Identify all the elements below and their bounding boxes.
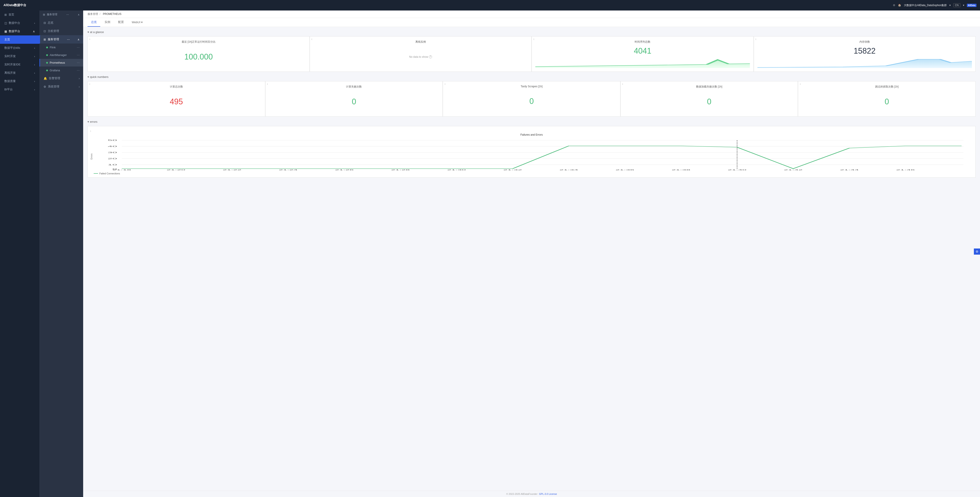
left-sidebar: ⊞ 首页 ◫ 数据中台 › ▦ 数据平台 ∧ 主页 数据平台k8s › bbox=[0, 11, 40, 497]
sidebar-item-data-platform[interactable]: ▦ 数据平台 ∧ bbox=[0, 27, 40, 35]
lang-toggle[interactable]: CN bbox=[953, 3, 960, 7]
alertmanager-more-icon[interactable]: ⋯ bbox=[77, 53, 80, 57]
more-icon[interactable]: ⋯ bbox=[66, 13, 69, 16]
sidebar-item-realtime[interactable]: 实时开发 › bbox=[0, 52, 40, 60]
logo-badge: AllData bbox=[967, 4, 977, 7]
load-fail-info[interactable]: i bbox=[622, 83, 623, 85]
breadcrumb: 服务管理 / PROMETHEUS bbox=[83, 11, 980, 18]
breadcrumb-separator: / bbox=[100, 13, 100, 16]
tardy-scrapes-value: 0 bbox=[447, 90, 617, 113]
total-scrapes-info[interactable]: i bbox=[89, 83, 90, 85]
skipped-scrapes-card: i 跳过的抓取次数 [1h] 0 bbox=[798, 81, 975, 116]
license-link[interactable]: GPL-3.0 License bbox=[539, 492, 557, 495]
sidebar-item-quality[interactable]: 数据质量 › bbox=[0, 77, 40, 85]
svg-text:21:36: 21:36 bbox=[616, 169, 635, 171]
timeseries-info-icon[interactable]: i bbox=[533, 38, 534, 40]
no-data-label: No data to show ? bbox=[409, 56, 432, 59]
prometheus-more-icon[interactable]: ⋯ bbox=[77, 61, 80, 64]
tab-instance[interactable]: 实例 bbox=[101, 18, 114, 27]
home-icon[interactable]: 🏠 bbox=[898, 4, 901, 7]
svg-text:21:22: 21:22 bbox=[223, 169, 242, 171]
offline-value: No data to show ? bbox=[313, 46, 528, 68]
sidebar-item-prometheus[interactable]: Prometheus ⋯ bbox=[40, 59, 83, 67]
sidebar-item-sys-mgmt[interactable]: ⚙ 系统管理 › bbox=[40, 83, 83, 91]
chevron-right-icon-8: › bbox=[79, 77, 80, 80]
chevron-up-icon: ∧ bbox=[33, 30, 35, 33]
svg-text:21:18: 21:18 bbox=[112, 169, 131, 171]
memory-mini-chart bbox=[757, 57, 972, 68]
copyright: © 2022-2025 AllDataFounder bbox=[506, 492, 538, 495]
sidebar-item-overview[interactable]: ⊟ 总览 bbox=[40, 19, 83, 27]
offline-info-icon[interactable]: i bbox=[312, 38, 312, 40]
second-sidebar: ⊞ 服务管理 ⋯ ∧ ⊟ 总览 ⊡ 主机管理 ⊞ 服务管理 ⋯ ∧ bbox=[40, 11, 83, 497]
footer: © 2022-2025 AllDataFounder GPL-3.0 Licen… bbox=[83, 491, 980, 497]
load-fail-title: 数据加载失败次数 [1h] bbox=[624, 85, 794, 89]
chevron-right-icon-5: › bbox=[34, 71, 35, 75]
offline-title: 离线实例 bbox=[313, 40, 528, 44]
uptime-card: i 最近 [1h]正常运行时间百分比 100.000 bbox=[88, 37, 309, 71]
app-title: AllData数据中台 bbox=[3, 3, 26, 7]
errors-chart-section: i Failures and Errors Errors 5 bbox=[88, 126, 975, 178]
tardy-scrapes-info[interactable]: i bbox=[445, 83, 445, 85]
data-center-icon: ◫ bbox=[5, 21, 7, 25]
failed-scrapes-value: 0 bbox=[269, 91, 439, 113]
quick-numbers-header: quick numbers bbox=[88, 75, 975, 79]
sidebar-item-k8s[interactable]: 数据平台k8s › bbox=[0, 44, 40, 52]
errors-info-icon[interactable]: i bbox=[91, 130, 91, 132]
uptime-info-icon[interactable]: i bbox=[89, 38, 90, 40]
sidebar-item-service-mgmt[interactable]: ⊞ 服务管理 ⋯ ∧ bbox=[40, 35, 83, 43]
svg-text:21:20: 21:20 bbox=[167, 169, 185, 171]
cluster-label[interactable]: 大数据中台AllData_DataSophon集群 bbox=[904, 3, 947, 7]
skipped-scrapes-title: 跳过的抓取次数 [1h] bbox=[802, 85, 972, 89]
floating-settings-button[interactable]: ⚙ bbox=[974, 249, 980, 255]
chevron-up-icon-2[interactable]: ∧ bbox=[78, 13, 80, 16]
sidebar-item-offline[interactable]: 离线开发 › bbox=[0, 69, 40, 77]
sidebar-item-alertmanager[interactable]: AlertManager ⋯ bbox=[40, 51, 83, 59]
settings-icon[interactable]: ⚙ bbox=[893, 4, 895, 7]
time-series-card: i 时间序列总数 4041 bbox=[532, 37, 754, 71]
floating-settings-icon: ⚙ bbox=[975, 250, 978, 253]
tab-config[interactable]: 配置 bbox=[115, 18, 127, 27]
errors-line-chart: 50 40 30 20 10 0 bbox=[94, 138, 973, 171]
svg-text:21:34: 21:34 bbox=[559, 169, 578, 171]
svg-text:21:24: 21:24 bbox=[279, 169, 298, 171]
svg-text:21:46: 21:46 bbox=[896, 169, 915, 171]
tardy-scrapes-title: Tardy Scrapes [1h] bbox=[447, 85, 617, 88]
chevron-down-icon-2: ▾ bbox=[963, 4, 964, 7]
sidebar-item-flink[interactable]: Flink ⋯ bbox=[40, 43, 83, 51]
chevron-down-icon: ▾ bbox=[949, 4, 951, 7]
errors-header: errors bbox=[88, 120, 975, 123]
skipped-scrapes-info[interactable]: i bbox=[800, 83, 800, 85]
sidebar-item-alert-mgmt[interactable]: 🔔 告警管理 › bbox=[40, 74, 83, 83]
offline-card: i 离线实例 No data to show ? bbox=[310, 37, 531, 71]
sidebar-item-main[interactable]: 主页 bbox=[0, 35, 40, 44]
sidebar-item-data-center[interactable]: ◫ 数据中台 › bbox=[0, 19, 40, 27]
failed-scrapes-title: 计算失败次数 bbox=[269, 85, 439, 89]
sidebar-item-host-mgmt[interactable]: ⊡ 主机管理 bbox=[40, 27, 83, 35]
failed-scrapes-card: i 计算失败次数 0 bbox=[266, 81, 443, 116]
flink-more-icon[interactable]: ⋯ bbox=[77, 46, 80, 49]
sidebar-item-home[interactable]: ⊞ 首页 bbox=[0, 11, 40, 19]
failed-scrapes-info[interactable]: i bbox=[267, 83, 268, 85]
svg-text:21:44: 21:44 bbox=[840, 169, 859, 171]
svg-marker-0 bbox=[535, 60, 750, 68]
memory-info-icon[interactable]: i bbox=[756, 38, 756, 40]
sidebar-item-bi[interactable]: BI平台 › bbox=[0, 85, 40, 94]
load-fail-card: i 数据加载失败次数 [1h] 0 bbox=[620, 81, 798, 116]
breadcrumb-path[interactable]: 服务管理 bbox=[88, 13, 98, 16]
alert-icon: 🔔 bbox=[43, 77, 47, 80]
chevron-right-icon-3: › bbox=[34, 55, 35, 58]
total-scrapes-value: 495 bbox=[91, 91, 261, 113]
uptime-title: 最近 [1h]正常运行时间百分比 bbox=[91, 40, 306, 44]
svg-text:21:32: 21:32 bbox=[503, 169, 522, 171]
grafana-more-icon[interactable]: ⋯ bbox=[77, 69, 80, 72]
svg-text:30: 30 bbox=[108, 151, 117, 154]
sidebar-item-grafana[interactable]: Grafana ⋯ bbox=[40, 67, 83, 74]
chart-title: Failures and Errors bbox=[91, 133, 973, 136]
chevron-up-icon-3[interactable]: ∧ bbox=[78, 38, 80, 41]
tab-webui[interactable]: WebUI ▾ bbox=[128, 18, 146, 27]
more-options-icon[interactable]: ⋯ bbox=[67, 38, 70, 41]
sidebar-item-realtime-ide[interactable]: 实时开发IDE › bbox=[0, 60, 40, 69]
content-area: at a glance i 最近 [1h]正常运行时间百分比 100.000 i… bbox=[83, 27, 980, 491]
tab-overview[interactable]: 总览 bbox=[88, 18, 100, 27]
